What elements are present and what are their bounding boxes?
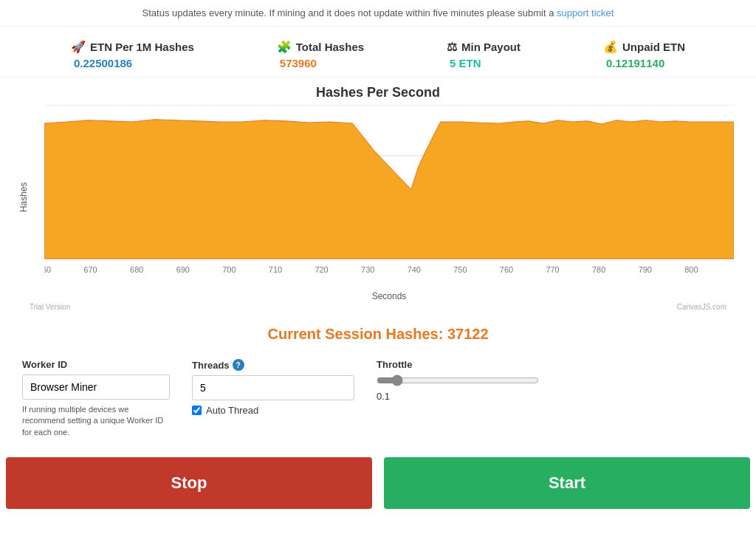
svg-text:730: 730 <box>361 265 374 274</box>
svg-marker-8 <box>44 120 734 259</box>
etn-per-1m-label: ETN Per 1M Hashes <box>90 41 194 53</box>
svg-text:790: 790 <box>639 265 652 274</box>
svg-text:670: 670 <box>83 265 97 274</box>
rocket-icon: 🚀 <box>71 40 86 54</box>
svg-text:740: 740 <box>408 265 421 274</box>
svg-text:680: 680 <box>130 265 143 274</box>
top-status-bar: Status updates every minute. If mining a… <box>0 0 756 27</box>
threads-help-icon[interactable]: ? <box>233 359 244 371</box>
throttle-value: 0.1 <box>377 391 539 402</box>
chart-footer: Trial Version CanvasJS.com <box>22 301 734 312</box>
unpaid-etn-label: Unpaid ETN <box>622 41 685 53</box>
session-hashes: Current Session Hashes: 37122 <box>0 312 756 352</box>
chart-footer-left: Trial Version <box>30 303 70 311</box>
worker-id-hint: If running multiple devices we recommend… <box>22 404 170 438</box>
svg-text:750: 750 <box>453 265 467 274</box>
total-hashes-stat: 🧩 Total Hashes 573960 <box>277 40 364 69</box>
start-button[interactable]: Start <box>384 457 750 509</box>
auto-thread-label: Auto Thread <box>206 405 258 416</box>
support-ticket-link[interactable]: support ticket <box>557 7 614 18</box>
chart-svg: 0 20 40 60 660 670 680 690 700 710 720 7… <box>44 105 734 290</box>
threads-input[interactable] <box>192 375 354 400</box>
svg-text:660: 660 <box>44 265 51 274</box>
stats-row: 🚀 ETN Per 1M Hashes 0.22500186 🧩 Total H… <box>0 27 756 78</box>
worker-id-label: Worker ID <box>22 359 170 370</box>
chart-y-label: Hashes <box>18 182 29 213</box>
unpaid-etn-value: 0.12191140 <box>603 57 664 69</box>
svg-text:800: 800 <box>684 265 698 274</box>
svg-text:760: 760 <box>500 265 513 274</box>
etn-per-1m-stat: 🚀 ETN Per 1M Hashes 0.22500186 <box>71 40 194 69</box>
unpaid-etn-stat: 💰 Unpaid ETN 0.12191140 <box>603 40 685 69</box>
min-payout-value: 5 ETN <box>447 57 481 69</box>
chart-wrapper: 0 20 40 60 660 670 680 690 700 710 720 7… <box>44 105 734 290</box>
svg-text:720: 720 <box>315 265 328 274</box>
controls-row: Worker ID If running multiple devices we… <box>0 352 756 450</box>
scale-icon: ⚖ <box>447 40 457 54</box>
svg-text:780: 780 <box>592 265 605 274</box>
buttons-row: Stop Start <box>0 450 756 516</box>
min-payout-label: Min Payout <box>461 41 520 53</box>
throttle-slider[interactable] <box>377 374 539 386</box>
total-hashes-label: Total Hashes <box>296 41 364 53</box>
threads-label: Threads ? <box>192 359 354 371</box>
total-hashes-value: 573960 <box>277 57 317 69</box>
chart-x-label: Seconds <box>44 291 734 301</box>
chart-footer-right: CanvasJS.com <box>677 303 726 311</box>
session-hashes-label: Current Session Hashes: <box>267 326 443 342</box>
throttle-group: Throttle 0.1 <box>377 359 539 402</box>
worker-id-input[interactable] <box>22 374 170 400</box>
money-icon: 💰 <box>603 40 618 54</box>
threads-group: Threads ? Auto Thread <box>192 359 354 416</box>
throttle-label: Throttle <box>377 359 539 370</box>
chart-section: Hashes Per Second Hashes 0 20 40 60 660 … <box>0 78 756 312</box>
svg-text:700: 700 <box>222 265 236 274</box>
auto-thread-checkbox[interactable] <box>192 406 202 415</box>
status-message: Status updates every minute. If mining a… <box>142 7 554 18</box>
min-payout-stat: ⚖ Min Payout 5 ETN <box>447 40 520 69</box>
worker-id-group: Worker ID If running multiple devices we… <box>22 359 170 438</box>
svg-text:770: 770 <box>546 265 559 274</box>
chart-container: Hashes 0 20 40 60 660 670 680 690 <box>22 105 734 290</box>
stop-button[interactable]: Stop <box>6 457 372 509</box>
puzzle-icon: 🧩 <box>277 40 292 54</box>
session-hashes-value: 37122 <box>447 326 489 342</box>
etn-per-1m-value: 0.22500186 <box>71 57 132 69</box>
svg-text:690: 690 <box>176 265 190 274</box>
auto-thread-row: Auto Thread <box>192 405 354 416</box>
svg-text:710: 710 <box>269 265 282 274</box>
chart-title: Hashes Per Second <box>22 85 734 100</box>
